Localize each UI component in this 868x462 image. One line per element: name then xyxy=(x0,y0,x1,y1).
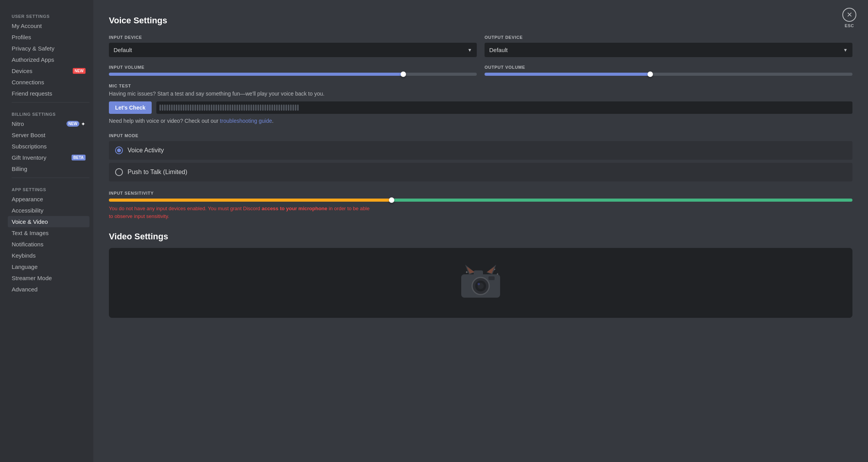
sidebar-item-label: Nitro xyxy=(12,120,24,127)
mic-bar xyxy=(178,105,180,111)
mic-bar xyxy=(227,105,229,111)
sidebar-item-billing[interactable]: Billing xyxy=(8,163,89,174)
mic-bar xyxy=(192,105,194,111)
sidebar-item-language[interactable]: Language xyxy=(8,261,89,272)
input-volume-col: INPUT VOLUME xyxy=(109,65,477,76)
mic-bar xyxy=(288,105,289,111)
close-circle[interactable]: ✕ xyxy=(842,8,856,22)
troubleshoot-link[interactable]: troubleshooting guide xyxy=(220,118,272,124)
svg-text:✦: ✦ xyxy=(496,272,499,276)
mic-bar xyxy=(276,105,278,111)
mic-bar xyxy=(220,105,222,111)
sidebar-item-label: My Account xyxy=(12,23,42,29)
mic-bar xyxy=(159,105,161,111)
mic-bar xyxy=(246,105,247,111)
sidebar-item-label: Connections xyxy=(12,79,44,85)
volume-row: INPUT VOLUME OUTPUT VOLUME xyxy=(109,65,852,76)
mic-bar xyxy=(253,105,254,111)
mic-bar xyxy=(255,105,257,111)
esc-label: ESC xyxy=(845,23,854,28)
push-to-talk-label: Push to Talk (Limited) xyxy=(128,169,187,176)
sidebar-item-keybinds[interactable]: Keybinds xyxy=(8,250,89,261)
mic-bar xyxy=(241,105,243,111)
mic-bar xyxy=(204,105,205,111)
mic-bar xyxy=(283,105,285,111)
input-sensitivity-section: INPUT SENSITIVITY You do not have any in… xyxy=(109,191,852,220)
input-device-select[interactable]: Default xyxy=(109,43,477,57)
push-to-talk-option[interactable]: Push to Talk (Limited) xyxy=(109,163,852,181)
sidebar-item-my-account[interactable]: My Account xyxy=(8,20,89,31)
sidebar-item-nitro[interactable]: Nitro NEW ✦ xyxy=(8,118,89,129)
voice-activity-option[interactable]: Voice Activity xyxy=(109,141,852,160)
sidebar-item-voice-video[interactable]: Voice & Video xyxy=(8,216,89,227)
troubleshoot-text: Need help with voice or video? Check out… xyxy=(109,118,852,124)
sidebar-item-subscriptions[interactable]: Subscriptions xyxy=(8,141,89,152)
mic-bar xyxy=(295,105,296,111)
output-volume-thumb[interactable] xyxy=(648,71,653,77)
mic-bar xyxy=(173,105,175,111)
mic-level-bars xyxy=(156,101,852,114)
mic-bar xyxy=(180,105,182,111)
mic-bar xyxy=(239,105,240,111)
sidebar-item-label: Server Boost xyxy=(12,132,46,138)
sidebar-item-privacy-safety[interactable]: Privacy & Safety xyxy=(8,43,89,54)
output-device-select[interactable]: Default xyxy=(485,43,852,57)
new-badge: NEW xyxy=(73,68,86,74)
input-volume-slider[interactable] xyxy=(109,73,477,76)
mic-bar xyxy=(213,105,215,111)
sidebar-item-label: Voice & Video xyxy=(12,218,48,225)
mic-bar xyxy=(243,105,245,111)
mic-bar xyxy=(234,105,236,111)
sidebar-item-gift-inventory[interactable]: Gift Inventory BETA xyxy=(8,152,89,163)
mic-bar xyxy=(271,105,273,111)
mic-bar xyxy=(162,105,163,111)
mic-bar xyxy=(197,105,198,111)
sidebar-item-profiles[interactable]: Profiles xyxy=(8,31,89,43)
sidebar-item-streamer-mode[interactable]: Streamer Mode xyxy=(8,272,89,284)
mic-bar xyxy=(225,105,226,111)
output-device-select-wrap: Default ▼ xyxy=(485,43,852,57)
mic-bar xyxy=(260,105,261,111)
input-volume-label: INPUT VOLUME xyxy=(109,65,477,70)
sidebar-item-friend-requests[interactable]: Friend requests xyxy=(8,88,89,99)
sidebar-item-server-boost[interactable]: Server Boost xyxy=(8,129,89,141)
mic-bar xyxy=(285,105,287,111)
radio-dot xyxy=(117,148,121,152)
sidebar-item-label: Appearance xyxy=(12,196,43,202)
sidebar-item-devices[interactable]: Devices NEW xyxy=(8,65,89,77)
sidebar-item-connections[interactable]: Connections xyxy=(8,77,89,88)
mic-bar xyxy=(215,105,217,111)
sidebar-item-advanced[interactable]: Advanced xyxy=(8,284,89,295)
mic-bar xyxy=(183,105,184,111)
mic-bar xyxy=(250,105,252,111)
sensitivity-thumb[interactable] xyxy=(389,197,394,203)
mic-bar xyxy=(236,105,238,111)
push-to-talk-radio[interactable] xyxy=(115,168,123,176)
sidebar-item-label: Keybinds xyxy=(12,252,36,259)
sidebar-item-text-images[interactable]: Text & Images xyxy=(8,227,89,239)
sidebar-item-accessibility[interactable]: Accessibility xyxy=(8,205,89,216)
close-button[interactable]: ✕ ESC xyxy=(842,8,856,28)
mic-bar xyxy=(229,105,231,111)
sidebar-item-appearance[interactable]: Appearance xyxy=(8,194,89,205)
output-volume-slider[interactable] xyxy=(485,73,852,76)
sidebar-item-authorized-apps[interactable]: Authorized Apps xyxy=(8,54,89,65)
sidebar-item-label: Profiles xyxy=(12,34,31,40)
sensitivity-error: You do not have any input devices enable… xyxy=(109,205,852,220)
mic-bar xyxy=(211,105,212,111)
main-content: ✕ ESC Voice Settings INPUT DEVICE Defaul… xyxy=(93,0,868,462)
voice-activity-radio[interactable] xyxy=(115,146,123,154)
mic-bar xyxy=(264,105,266,111)
video-preview: ✦ ✦ ✦ xyxy=(109,248,852,318)
input-volume-thumb[interactable] xyxy=(401,71,406,77)
sidebar-item-label: Privacy & Safety xyxy=(12,45,54,52)
sidebar-item-notifications[interactable]: Notifications xyxy=(8,239,89,250)
mic-bar xyxy=(206,105,208,111)
lets-check-button[interactable]: Let's Check xyxy=(109,101,152,114)
sidebar-item-label: Gift Inventory xyxy=(12,154,46,161)
sidebar-item-label: Language xyxy=(12,263,38,270)
volume-section: INPUT VOLUME OUTPUT VOLUME xyxy=(109,65,852,76)
input-sensitivity-slider[interactable] xyxy=(109,199,852,202)
video-settings-title: Video Settings xyxy=(109,232,852,242)
app-settings-section-label: APP SETTINGS xyxy=(8,181,93,194)
